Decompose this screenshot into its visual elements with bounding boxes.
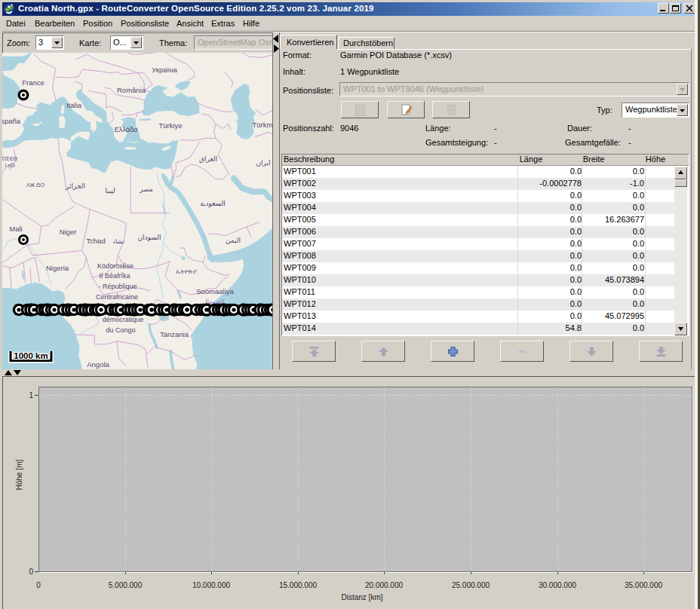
svg-text:ΛЖ.ϬΟ: ΛЖ.ϬΟ	[26, 182, 45, 188]
svg-text:démocratique: démocratique	[103, 316, 144, 323]
svg-text:ايران: ايران	[256, 159, 270, 167]
svg-text:Ελλάδα: Ελλάδα	[115, 126, 137, 133]
svg-text:تشاد: تشاد	[112, 238, 124, 245]
svg-text:الجزائر: الجزائر	[65, 182, 85, 190]
svg-text:Україна: Україна	[152, 66, 177, 74]
svg-text:Tanzania: Tanzania	[160, 330, 189, 338]
svg-text:Türkiye: Türkiye	[158, 121, 182, 130]
svg-text:Niger: Niger	[60, 228, 77, 236]
svg-text:Tchad: Tchad	[86, 237, 105, 245]
svg-text:Ι ηΘ: Ι ηΘ	[5, 163, 15, 169]
svg-text:اليمن: اليمن	[226, 237, 241, 244]
svg-text:مصر: مصر	[139, 185, 153, 193]
svg-text:ΌΣЄΘ: ΌΣЄΘ	[2, 156, 18, 161]
svg-text:السعودية: السعودية	[200, 200, 226, 207]
svg-text:tî Bêafrîka: tî Bêafrîka	[99, 272, 130, 280]
svg-text:السودان: السودان	[137, 234, 161, 241]
svg-text:France: France	[22, 78, 45, 87]
svg-text:Türkm: Türkm	[253, 121, 272, 129]
svg-text:România: România	[117, 86, 146, 94]
svg-text:España: España	[2, 117, 21, 125]
svg-text:1000 km: 1000 km	[14, 351, 48, 360]
svg-text:العراق: العراق	[199, 155, 217, 163]
svg-text:Angola: Angola	[87, 360, 109, 369]
svg-text:Ködörösêse: Ködörösêse	[97, 262, 134, 270]
svg-text:Centrafricaine: Centrafricaine	[96, 293, 138, 301]
svg-text:Soomaaliya: Soomaaliya	[196, 287, 234, 295]
svg-text:- République: - République	[98, 283, 137, 290]
svg-text:Mali: Mali	[9, 225, 22, 233]
svg-text:Nigeria: Nigeria	[46, 264, 69, 272]
svg-text:du Congo: du Congo	[106, 326, 135, 334]
svg-text:ليبيا: ليبيا	[105, 187, 115, 194]
svg-text:Italia: Italia	[66, 101, 82, 109]
svg-text:ኢትዮጵያ: ኢትዮጵያ	[176, 268, 197, 275]
